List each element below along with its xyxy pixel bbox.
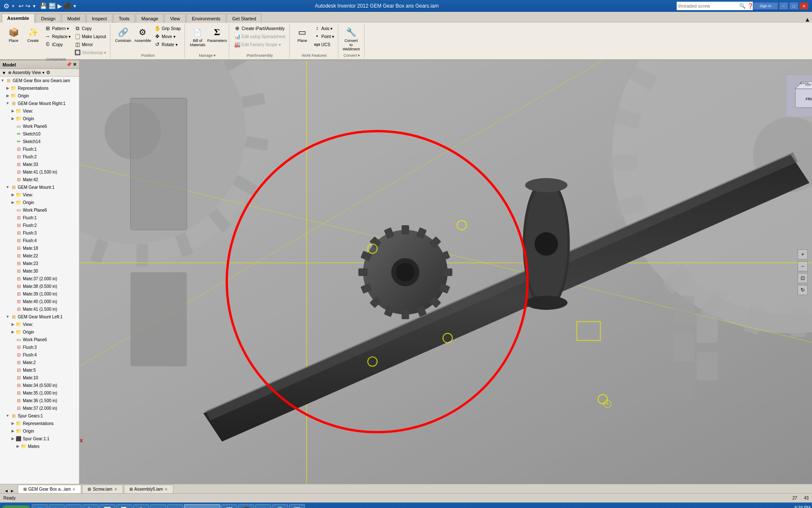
parameters-button[interactable]: Σ Parameters — [208, 25, 226, 44]
tree-item[interactable]: ▶ 📁 Origin — [0, 115, 79, 122]
expand-wp6-1[interactable] — [10, 124, 15, 129]
tree-item[interactable]: ⊟ Mate:33 — [0, 160, 79, 168]
tab-assembly5[interactable]: ⊞ Assembly5.iam ✕ — [124, 485, 174, 493]
tree-item[interactable]: ⊟ Flush:3 — [0, 343, 79, 351]
filter-icon[interactable]: ▼ — [2, 70, 6, 75]
tree-item[interactable]: ▶ 📁 View: — [0, 191, 79, 199]
tree-item[interactable]: ⊟ Mate:37 (2.000 in) — [0, 404, 79, 412]
tree-item[interactable]: ⊟ Mate:23 — [0, 260, 79, 267]
tree-item[interactable]: ✏ Sketch10 — [0, 130, 79, 138]
expand-spur-gears[interactable]: ▼ — [5, 413, 10, 418]
plane-button[interactable]: ▭ Plane — [293, 25, 312, 44]
edit-factory-button[interactable]: 🏭 Edit Factory Scope ▾ — [233, 41, 286, 48]
tree-item[interactable]: ⊟ Mate:38 (0.500 in) — [0, 282, 79, 290]
expand-gem-mount-right[interactable]: ▼ — [5, 101, 10, 106]
tree-item[interactable]: ⊟ Mate:40 (1.000 in) — [0, 298, 79, 305]
maximize-btn[interactable]: □ — [789, 2, 798, 10]
nav-cube-group[interactable]: FRONT TOP RIGHT BACK — [786, 75, 812, 117]
viewport[interactable]: FRONT TOP RIGHT BACK X Y Z + − — [80, 61, 812, 484]
pattern-button[interactable]: ⊞ Pattern ▾ — [43, 25, 72, 32]
expand-origin-root[interactable]: ▶ — [5, 93, 10, 98]
tree-representations[interactable]: ▶ 📁 Representations — [0, 84, 79, 92]
tree-item[interactable]: ⊟ Flush:3 — [0, 229, 79, 237]
tree-item[interactable]: ▶ 📁 View: — [0, 107, 79, 115]
create-button[interactable]: ✨ Create — [24, 25, 42, 44]
taskbar-ie-btn[interactable]: 🌐 — [32, 504, 48, 508]
taskbar-app5-btn[interactable]: 🎮 — [150, 504, 166, 508]
tree-item[interactable]: ⊟ Flush:2 — [0, 153, 79, 160]
tab-gem-gear-box[interactable]: ⊞ GEM Gear Box a...iam ✕ — [18, 485, 82, 493]
tree-item[interactable]: ✏ Sketch14 — [0, 138, 79, 145]
tree-item[interactable]: ⊟ Mate:22 — [0, 252, 79, 260]
tree-gem-mount-left[interactable]: ▼ ⊞ GEM Gear Mount Left:1 — [0, 313, 79, 320]
tab-model[interactable]: Model — [62, 14, 85, 23]
expand-view1[interactable]: ▶ — [10, 108, 15, 113]
search-input[interactable] — [677, 3, 738, 8]
minimize-btn[interactable]: − — [779, 2, 788, 10]
taskbar-app1-btn[interactable]: 🔧 — [82, 504, 99, 508]
expand-gem-mount-left[interactable]: ▼ — [5, 314, 10, 319]
taskbar-inventor2-btn[interactable]: ⚙ — [255, 504, 271, 508]
tree-gem-mount[interactable]: ▼ ⊞ GEM Gear Mount:1 — [0, 183, 79, 191]
close-btn[interactable]: ✕ — [799, 2, 809, 10]
tree-item[interactable]: ⊟ Mate:18 — [0, 244, 79, 252]
tree-item[interactable]: ⊟ Mate:30 — [0, 267, 79, 275]
taskbar-pse-btn[interactable]: 🖼 — [221, 504, 237, 508]
zoom-out-btn[interactable]: − — [798, 261, 808, 271]
tree-item[interactable]: ⊟ Mate:41 (1.500 in) — [0, 305, 79, 313]
expand-ribbon-btn[interactable]: ▲ — [803, 16, 812, 23]
icopy-button[interactable]: © iCopy — [43, 41, 72, 48]
bom-button[interactable]: 📄 Bill ofMaterials — [188, 25, 207, 48]
tree-item[interactable]: ▶ 📁 Mates — [0, 442, 79, 450]
make-layout-button[interactable]: 📋 Make Layout — [73, 33, 107, 40]
gem-tab-close[interactable]: ✕ — [72, 487, 76, 491]
expand-root[interactable]: ▼ — [0, 78, 5, 83]
tree-item[interactable]: ⊟ Flush:4 — [0, 237, 79, 244]
move-button[interactable]: ✥ Move ▾ — [153, 33, 182, 40]
expand-flush1[interactable] — [10, 146, 15, 152]
tree-item[interactable]: ▶ 📁 Origin — [0, 427, 79, 435]
taskbar-play-btn[interactable]: ▶ — [167, 504, 183, 508]
assembly-view-dropdown[interactable]: ⊕ Assembly View ▾ — [8, 70, 44, 75]
rotate-button[interactable]: ↺ Rotate ▾ — [153, 41, 182, 48]
expand-sk14[interactable] — [10, 139, 15, 144]
screw-tab-close[interactable]: ✕ — [114, 487, 118, 491]
replace-button[interactable]: ↔ Replace ▾ — [43, 33, 72, 40]
tree-item[interactable]: ⊟ Mate:35 (1.000 in) — [0, 389, 79, 397]
constrain-button[interactable]: 🔗 Constrain — [114, 25, 132, 44]
tab-view[interactable]: View — [165, 14, 186, 23]
tree-item[interactable]: ⊟ Mate:36 (1.500 in) — [0, 397, 79, 404]
tree-item[interactable]: ⊟ Mate:10 — [0, 374, 79, 381]
tree-item[interactable]: ▶ ⬛ Spur Gear:1:1 — [0, 435, 79, 442]
taskbar-terminal-btn[interactable]: ⬛ — [238, 504, 254, 508]
expand-representations[interactable]: ▶ — [5, 86, 10, 91]
tab-environments[interactable]: Environments — [187, 14, 226, 23]
tree-container[interactable]: ▼ ⊞ GEM Gear Box ans Gears.iam ▶ 📁 Repre… — [0, 77, 79, 484]
settings-icon[interactable]: ⚙ — [46, 70, 50, 75]
tree-item[interactable]: ⊟ Mate:41 (1.500 in) — [0, 168, 79, 176]
taskbar-firefox-btn[interactable]: 🦊 — [66, 504, 82, 508]
create-ipart-button[interactable]: ⊕ Create iPart/iAssembly — [233, 25, 286, 32]
point-button[interactable]: • Point ▾ — [313, 33, 336, 40]
assemble-button[interactable]: ⚙ Assemble — [133, 25, 152, 44]
taskbar-pse2-btn[interactable]: 🖼 — [289, 504, 305, 508]
tab-design[interactable]: Design — [36, 14, 61, 23]
tree-item[interactable]: ▶ 📁 Representations — [0, 420, 79, 427]
grip-snap-button[interactable]: ✋ Grip Snap — [153, 25, 182, 32]
edit-spreadsheet-button[interactable]: 📊 Edit using Spreadsheet — [233, 33, 286, 40]
tree-origin-root[interactable]: ▶ 📁 Origin — [0, 92, 79, 99]
tree-item[interactable]: ⊟ Flush:1 — [0, 214, 79, 221]
tree-item[interactable]: ⊟ Flush:2 — [0, 221, 79, 229]
tree-item[interactable]: ⊟ Mate:2 — [0, 359, 79, 366]
axis-button[interactable]: ↕ Axis ▾ — [313, 25, 336, 32]
tree-item[interactable]: ⊟ Flush:4 — [0, 351, 79, 359]
rotate-view-btn[interactable]: ↻ — [798, 285, 808, 295]
tree-item[interactable]: ▶ 📁 Origin — [0, 199, 79, 206]
tab-scroll-left[interactable]: ◄ — [3, 489, 9, 493]
tree-item[interactable]: ▶ 📁 View: — [0, 320, 79, 328]
tab-screw[interactable]: ⊞ Screw.iam ✕ — [82, 485, 123, 493]
copy-button[interactable]: ⧉ Copy — [73, 25, 107, 32]
place-button[interactable]: 📦 Place — [4, 25, 23, 44]
fit-btn[interactable]: ⊡ — [798, 273, 808, 283]
tree-item[interactable]: ▭ Work Plane6 — [0, 122, 79, 130]
